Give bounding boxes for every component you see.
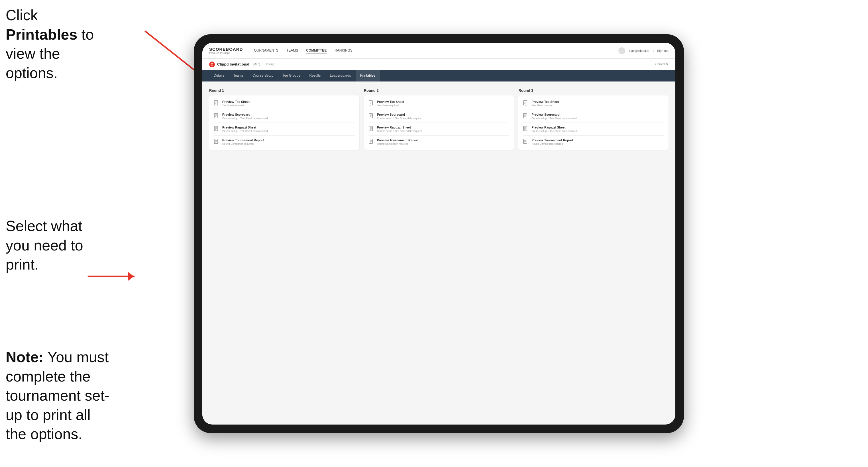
hosting-badge: Hosting (265, 63, 274, 66)
round-3-raguzzi-text: Preview Raguzzi Sheet Course setup + Tee… (531, 126, 577, 132)
round-2-report-title: Preview Tournament Report (377, 138, 418, 142)
round-1-tournament-report[interactable]: Preview Tournament Report Round Completi… (214, 136, 355, 145)
round-1-scorecard-title: Preview Scorecard (222, 113, 268, 116)
round-1-raguzzi-subtitle: Course setup + Tee Sheet data required (222, 130, 268, 132)
round-1-tee-sheet-title: Preview Tee Sheet (222, 100, 250, 103)
r2-print-icon-2 (368, 113, 374, 119)
round-2-tee-sheet-title: Preview Tee Sheet (377, 100, 404, 103)
tournament-bracket: (Men) (253, 63, 260, 66)
tab-teams[interactable]: Teams (229, 70, 248, 82)
tab-tee-groups[interactable]: Tee Groups (278, 70, 305, 82)
print-icon-4 (214, 139, 219, 145)
round-2-scorecard-subtitle: Course setup + Tee Sheet data required (377, 117, 423, 120)
r3-print-icon-4 (523, 139, 529, 145)
round-3-tournament-report[interactable]: Preview Tournament Report Round Completi… (523, 136, 664, 145)
tab-details[interactable]: Details (209, 70, 229, 82)
tab-results[interactable]: Results (305, 70, 325, 82)
user-avatar (618, 47, 625, 54)
round-2-tee-sheet-text: Preview Tee Sheet Tee Sheet required (377, 100, 404, 107)
main-content: Round 1 Preview Tee Sheet Tee S (202, 82, 675, 425)
round-3-raguzzi[interactable]: Preview Raguzzi Sheet Course setup + Tee… (523, 123, 664, 136)
sign-out-link[interactable]: Sign out (657, 49, 669, 53)
r3-print-icon-2 (523, 113, 529, 119)
round-3-scorecard-subtitle: Course setup + Tee Sheet data required (531, 117, 577, 120)
tournament-title: Clippd Invitational (217, 62, 249, 66)
round-1-title: Round 1 (209, 88, 359, 93)
tournament-name: C Clippd Invitational (Men) Hosting (209, 62, 274, 67)
nav-rankings[interactable]: RANKINGS (335, 47, 352, 54)
round-2-scorecard-text: Preview Scorecard Course setup + Tee She… (377, 113, 423, 120)
round-3-tee-sheet-subtitle: Tee Sheet required (531, 104, 559, 107)
nav-teams[interactable]: TEAMS (286, 47, 298, 54)
round-3-report-subtitle: Round Completion required (531, 143, 573, 145)
round-2-card: Preview Tee Sheet Tee Sheet required (364, 95, 514, 150)
round-1-report-subtitle: Round Completion required (222, 143, 264, 145)
round-1-scorecard[interactable]: Preview Scorecard Course setup + Tee She… (214, 110, 355, 123)
round-1-tee-sheet[interactable]: Preview Tee Sheet Tee Sheet required (214, 100, 355, 110)
round-2-tournament-report[interactable]: Preview Tournament Report Round Completi… (368, 136, 509, 145)
r2-print-icon-1 (368, 100, 374, 106)
annotation-top: Click Printables to view the options. (6, 6, 102, 83)
round-2-title: Round 2 (364, 88, 514, 93)
svg-marker-3 (128, 272, 134, 281)
round-3-report-title: Preview Tournament Report (531, 138, 573, 142)
annotation-bottom: Note: You must complete the tournament s… (6, 348, 114, 444)
round-3-title: Round 3 (518, 88, 669, 93)
round-1-report-title: Preview Tournament Report (222, 138, 264, 142)
round-1-tee-sheet-text: Preview Tee Sheet Tee Sheet required (222, 100, 250, 107)
annotation-bold: Printables (6, 26, 77, 43)
round-3-card: Preview Tee Sheet Tee Sheet required (518, 95, 669, 150)
round-2-report-subtitle: Round Completion required (377, 143, 418, 145)
nav-committee[interactable]: COMMITTEE (306, 47, 327, 54)
top-nav-links: TOURNAMENTS TEAMS COMMITTEE RANKINGS (252, 47, 618, 54)
brand-title: SCOREBOARD (209, 47, 243, 52)
tab-printables[interactable]: Printables (355, 70, 380, 82)
round-1-scorecard-subtitle: Course setup + Tee Sheet data required (222, 117, 268, 120)
round-3-tee-sheet-title: Preview Tee Sheet (531, 100, 559, 103)
tournament-icon: C (209, 62, 215, 67)
tablet-screen: SCOREBOARD Powered by clippd TOURNAMENTS… (202, 43, 675, 425)
top-nav-right: blair@clippd.io | Sign out (618, 47, 669, 54)
round-2-report-text: Preview Tournament Report Round Completi… (377, 138, 418, 145)
print-icon-3 (214, 126, 219, 132)
round-2-tee-sheet[interactable]: Preview Tee Sheet Tee Sheet required (368, 100, 509, 110)
round-3-tee-sheet-text: Preview Tee Sheet Tee Sheet required (531, 100, 559, 107)
r3-print-icon-3 (523, 126, 529, 132)
print-icon-2 (214, 113, 219, 119)
rounds-grid: Round 1 Preview Tee Sheet Tee S (209, 88, 669, 150)
tab-leaderboards[interactable]: Leaderboards (325, 70, 355, 82)
round-1-tee-sheet-subtitle: Tee Sheet required (222, 104, 250, 107)
round-1-raguzzi-text: Preview Raguzzi Sheet Course setup + Tee… (222, 126, 268, 132)
round-1-raguzzi[interactable]: Preview Raguzzi Sheet Course setup + Tee… (214, 123, 355, 136)
round-1-raguzzi-title: Preview Raguzzi Sheet (222, 126, 268, 129)
round-2-raguzzi-subtitle: Course setup + Tee Sheet data required (377, 130, 423, 132)
round-3-scorecard[interactable]: Preview Scorecard Course setup + Tee She… (523, 110, 664, 123)
annotation-middle: Select what you need to print. (6, 217, 102, 274)
round-3-raguzzi-subtitle: Course setup + Tee Sheet data required (531, 130, 577, 132)
round-2-tee-sheet-subtitle: Tee Sheet required (377, 104, 404, 107)
r2-print-icon-3 (368, 126, 374, 132)
brand: SCOREBOARD Powered by clippd (209, 47, 243, 55)
round-3-scorecard-text: Preview Scorecard Course setup + Tee She… (531, 113, 577, 120)
user-email: blair@clippd.io (629, 49, 649, 53)
round-3-scorecard-title: Preview Scorecard (531, 113, 577, 116)
round-1-report-text: Preview Tournament Report Round Completi… (222, 138, 264, 145)
round-2-scorecard[interactable]: Preview Scorecard Course setup + Tee She… (368, 110, 509, 123)
round-3-tee-sheet[interactable]: Preview Tee Sheet Tee Sheet required (523, 100, 664, 110)
separator: | (653, 49, 654, 53)
round-1-section: Round 1 Preview Tee Sheet Tee S (209, 88, 359, 150)
nav-tournaments[interactable]: TOURNAMENTS (252, 47, 278, 54)
tab-course-setup[interactable]: Course Setup (248, 70, 278, 82)
print-icon (214, 100, 219, 106)
round-2-section: Round 2 Preview Tee Sheet Tee S (364, 88, 514, 150)
round-2-scorecard-title: Preview Scorecard (377, 113, 423, 116)
round-1-scorecard-text: Preview Scorecard Course setup + Tee She… (222, 113, 268, 120)
round-1-card: Preview Tee Sheet Tee Sheet required (209, 95, 359, 150)
tablet-device: SCOREBOARD Powered by clippd TOURNAMENTS… (194, 34, 684, 433)
round-2-raguzzi-text: Preview Raguzzi Sheet Course setup + Tee… (377, 126, 423, 132)
annotation-note-bold: Note: (6, 349, 43, 365)
sub-nav: C Clippd Invitational (Men) Hosting Canc… (202, 59, 675, 70)
cancel-button[interactable]: Cancel ✕ (655, 62, 669, 66)
round-3-section: Round 3 Preview Tee Sheet Tee S (518, 88, 669, 150)
round-2-raguzzi[interactable]: Preview Raguzzi Sheet Course setup + Tee… (368, 123, 509, 136)
